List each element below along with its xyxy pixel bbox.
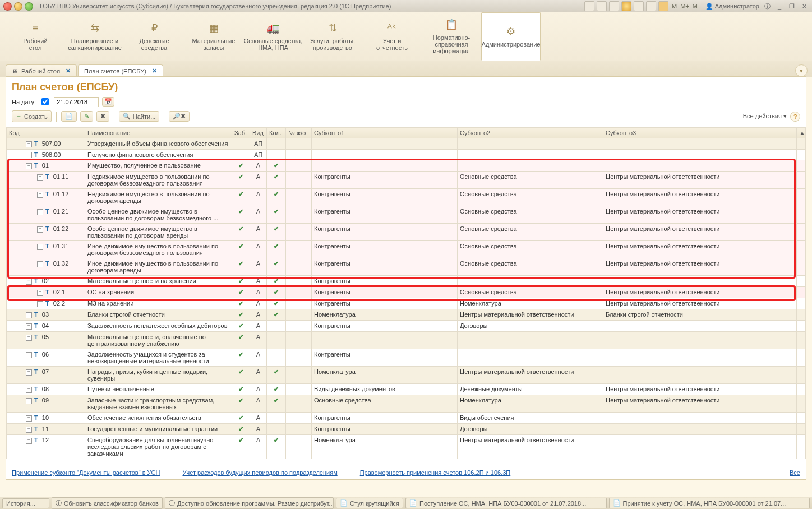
calculator-icon[interactable] (658, 1, 668, 11)
table-row[interactable]: +Т 508.00Получено финансового обеспечени… (7, 149, 806, 160)
expand-icon[interactable]: + (37, 192, 43, 198)
table-row[interactable]: +Т 08Путевки неоплаченные✔А✔Виды денежны… (7, 384, 806, 395)
clear-filter-button[interactable]: 🔎✖ (169, 111, 190, 122)
expand-icon[interactable]: + (37, 244, 43, 250)
user-label[interactable]: 👤 Администратор (705, 3, 759, 10)
status-update-banks[interactable]: ⓘ Обновить классификатор банков (52, 497, 163, 509)
col-header[interactable]: № ж/о (286, 128, 312, 138)
table-row[interactable]: +Т 01.32Иное движимое имущество в пользо… (7, 258, 806, 276)
tab-close-icon[interactable]: ✕ (152, 67, 157, 75)
expand-icon[interactable]: + (26, 323, 32, 330)
expand-icon[interactable]: + (37, 226, 43, 233)
expand-icon[interactable]: + (26, 387, 32, 393)
date-enable-checkbox[interactable] (41, 98, 49, 105)
edit-button[interactable]: ✎ (80, 111, 93, 122)
link-all[interactable]: Все (790, 469, 800, 476)
table-row[interactable]: +Т 03Бланки строгой отчетности✔А✔Номенкл… (7, 309, 806, 321)
window-max-traffic[interactable] (25, 2, 33, 11)
tb-icon-2[interactable] (597, 1, 607, 11)
col-header[interactable]: Код (7, 128, 85, 138)
table-row[interactable]: −Т 02Материальные ценности на хранении✔А… (7, 276, 806, 287)
scroll-up-icon[interactable]: ▲ (797, 128, 806, 138)
tab-1[interactable]: План счетов (ЕПСБУ)✕ (78, 64, 163, 77)
expand-icon[interactable]: − (26, 279, 32, 285)
col-header[interactable]: Субконто2 (458, 128, 603, 138)
nav-item-4[interactable]: 🚛Основные средства, НМА, НПА (243, 22, 303, 51)
expand-icon[interactable]: + (26, 438, 32, 444)
accounts-table-wrap[interactable]: КодНаименованиеЗаб.ВидКол.№ ж/оСубконто1… (6, 127, 806, 466)
col-header[interactable]: Субконто1 (312, 128, 458, 138)
tab-0[interactable]: 🖥Рабочий стол✕ (6, 64, 77, 77)
tb-icon-1[interactable] (584, 1, 594, 11)
status-update-available[interactable]: ⓘ Доступно обновление программы. Размер … (165, 497, 334, 509)
expand-icon[interactable]: + (26, 398, 32, 404)
col-header[interactable]: Вид (250, 128, 267, 138)
table-row[interactable]: +Т 01.11Недвижимое имущество в пользован… (7, 172, 806, 189)
expand-icon[interactable]: + (26, 427, 32, 433)
table-row[interactable]: +Т 02.2МЗ на хранении✔А✔КонтрагентыНомен… (7, 298, 806, 309)
favorite-icon[interactable] (621, 1, 631, 11)
table-row[interactable]: +Т 12Спецоборудование для выполнения нау… (7, 435, 806, 459)
col-header[interactable]: Заб. (232, 128, 250, 138)
window-minimize-icon[interactable]: _ (775, 2, 784, 11)
expand-icon[interactable]: + (26, 369, 32, 376)
table-row[interactable]: +Т 07Награды, призы, кубки и ценные пода… (7, 367, 806, 384)
history-button[interactable]: История... (2, 498, 49, 508)
table-row[interactable]: +Т 01.21Особо ценное движимое имущество … (7, 206, 806, 224)
table-row[interactable]: +Т 507.00Утвержденный объем финансового … (7, 138, 806, 150)
create-button[interactable]: ＋Создать (12, 110, 52, 122)
nav-item-2[interactable]: ₽Денежные средства (124, 22, 184, 51)
table-row[interactable]: +Т 02.1ОС на хранении✔А✔КонтрагентыОснов… (7, 287, 806, 298)
expand-icon[interactable]: + (26, 415, 32, 422)
help-icon[interactable]: ? (790, 112, 800, 122)
expand-icon[interactable]: + (26, 152, 32, 158)
table-row[interactable]: +Т 06Задолженность учащихся и студентов … (7, 349, 806, 367)
table-row[interactable]: +Т 01.31Иное движимое имущество в пользо… (7, 241, 806, 258)
m-label[interactable]: M (672, 3, 677, 10)
info-icon[interactable]: ⓘ (763, 2, 772, 11)
expand-icon[interactable]: + (37, 301, 43, 307)
table-row[interactable]: +Т 04Задолженность неплатежеспособных де… (7, 321, 806, 332)
nav-item-5[interactable]: ⇅Услуги, работы, производство (303, 22, 362, 51)
expand-icon[interactable]: + (37, 209, 43, 215)
status-item-chair[interactable]: 📄 Стул крутящийся (336, 498, 403, 508)
expand-icon[interactable]: + (37, 174, 43, 181)
table-row[interactable]: +Т 05Материальные ценности, оплаченные п… (7, 332, 806, 349)
col-header[interactable]: Наименование (85, 128, 232, 138)
m-plus-label[interactable]: M+ (680, 3, 689, 10)
date-input[interactable] (54, 97, 99, 107)
nav-item-0[interactable]: ≡Рабочий стол (6, 22, 65, 51)
table-row[interactable]: −Т 01Имущество, полученное в пользование… (7, 160, 806, 172)
m-minus-label[interactable]: M- (693, 3, 700, 10)
status-doc-accept[interactable]: 📄 Принятие к учету ОС, НМА, НПА БУ00-000… (609, 498, 810, 508)
expand-icon[interactable]: + (26, 141, 32, 147)
window-close-traffic[interactable] (3, 2, 12, 11)
table-row[interactable]: +Т 01.12Недвижимое имущество в пользован… (7, 189, 806, 206)
window-close-icon[interactable]: ✕ (800, 2, 809, 11)
expand-icon[interactable]: + (26, 335, 32, 341)
status-doc-receipt[interactable]: 📄 Поступление ОС, НМА, НПА БУ00-000001 о… (405, 498, 607, 508)
expand-icon[interactable]: + (37, 261, 43, 267)
nav-item-7[interactable]: 📋Нормативно-справочная информация (422, 18, 481, 54)
all-actions-button[interactable]: Все действия ▾ (743, 113, 787, 120)
table-row[interactable]: +Т 11Государственные и муниципальные гар… (7, 424, 806, 435)
expand-icon[interactable]: + (26, 352, 32, 358)
table-row[interactable]: +Т 10Обеспечение исполнения обязательств… (7, 413, 806, 424)
date-picker-button[interactable]: 📅 (102, 97, 114, 107)
nav-item-6[interactable]: ᴬᵏУчет и отчетность (362, 22, 422, 51)
expand-icon[interactable]: + (37, 290, 43, 296)
tb-icon-5[interactable] (646, 1, 656, 11)
expand-icon[interactable]: − (26, 163, 32, 169)
table-row[interactable]: +Т 09Запасные части к транспортным средс… (7, 395, 806, 413)
copy-button[interactable]: 📄 (61, 111, 77, 122)
nav-item-8[interactable]: ⚙Администрирование (481, 12, 541, 61)
link-future-expenses[interactable]: Учет расходов будущих периодов по подраз… (182, 469, 337, 476)
tb-icon-4[interactable] (634, 1, 644, 11)
expand-icon[interactable]: + (26, 312, 32, 318)
nav-item-3[interactable]: ▦Материальные запасы (184, 22, 243, 51)
link-accounts-legality[interactable]: Правомерность применения счетов 106.2П и… (360, 469, 511, 476)
window-min-traffic[interactable] (14, 2, 22, 11)
tab-close-icon[interactable]: ✕ (66, 67, 71, 75)
col-header[interactable]: Кол. (267, 128, 286, 138)
col-header[interactable]: Субконто3 (603, 128, 797, 138)
